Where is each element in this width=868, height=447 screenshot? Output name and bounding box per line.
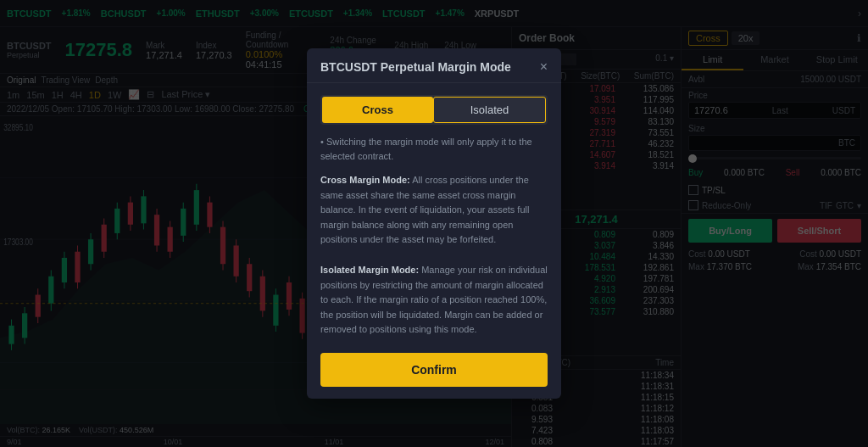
confirm-button[interactable]: Confirm xyxy=(320,353,548,387)
modal-header: BTCUSDT Perpetual Margin Mode × xyxy=(307,48,561,83)
isolated-mode-button[interactable]: Isolated xyxy=(433,97,546,123)
modal-close-button[interactable]: × xyxy=(540,60,548,74)
modal-overlay: BTCUSDT Perpetual Margin Mode × Cross Is… xyxy=(0,0,868,447)
modal-body: Cross Isolated • Switching the margin mo… xyxy=(307,83,561,399)
margin-mode-modal: BTCUSDT Perpetual Margin Mode × Cross Is… xyxy=(307,48,561,399)
isolated-mode-desc: Isolated Margin Mode: Manage your risk o… xyxy=(320,263,548,338)
switch-notice: • Switching the margin mode will only ap… xyxy=(320,135,548,163)
modal-title: BTCUSDT Perpetual Margin Mode xyxy=(320,60,511,74)
cross-mode-button[interactable]: Cross xyxy=(322,97,433,123)
mode-toggle: Cross Isolated xyxy=(320,95,548,125)
cross-mode-desc: Cross Margin Mode: All cross positions u… xyxy=(320,173,548,248)
